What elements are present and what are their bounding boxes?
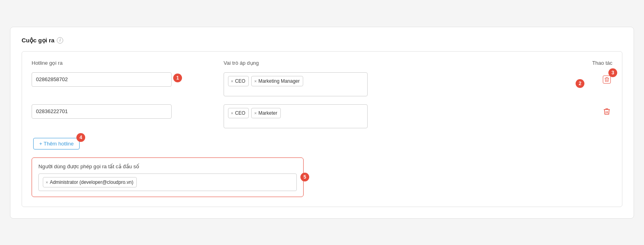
badge-1: 1: [173, 74, 182, 82]
main-container: Cuộc gọi ra i Hotline gọi ra Vai trò áp …: [10, 27, 634, 219]
tag-ceo-2[interactable]: × CEO: [228, 108, 249, 118]
badge-3: 3: [608, 68, 617, 77]
badge-2: 2: [576, 79, 584, 88]
add-hotline-wrapper: + Thêm hotline 4: [32, 136, 80, 149]
user-permission-box: Người dùng được phép gọi ra tất cả đầu s…: [32, 157, 304, 197]
col-hotline-header: Hotline gọi ra: [32, 60, 62, 66]
section-title: Cuộc gọi ra i: [22, 37, 622, 44]
info-icon[interactable]: i: [57, 37, 63, 44]
col-role-header: Vai trò áp dụng: [224, 60, 259, 66]
user-section-label: Người dùng được phép gọi ra tất cả đầu s…: [38, 163, 297, 169]
table-row: × CEO × Marketer: [30, 103, 614, 128]
col-action-header: Thao tác: [592, 60, 612, 66]
badge-5: 5: [300, 173, 309, 181]
inner-panel: Hotline gọi ra Vai trò áp dụng Thao tác …: [22, 51, 622, 207]
section-title-text: Cuộc gọi ra: [22, 37, 54, 44]
user-section: Người dùng được phép gọi ra tất cả đầu s…: [30, 157, 614, 197]
tag-marketer[interactable]: × Marketer: [251, 108, 281, 118]
table-row: 1 × CEO × Marketing Manager 2: [30, 71, 614, 96]
table-header: Hotline gọi ra Vai trò áp dụng Thao tác: [30, 60, 614, 66]
user-tag-box[interactable]: × Administrator (developer@cloudpro.vn): [38, 173, 297, 191]
role-box-2[interactable]: × CEO × Marketer: [224, 104, 368, 128]
delete-button-2[interactable]: [601, 106, 612, 117]
tag-ceo-1[interactable]: × CEO: [228, 76, 249, 86]
hotline-input-2[interactable]: [32, 104, 172, 119]
user-tag-admin[interactable]: × Administrator (developer@cloudpro.vn): [43, 177, 137, 187]
tag-marketing-manager[interactable]: × Marketing Manager: [251, 76, 303, 86]
hotline-input-1[interactable]: [32, 72, 172, 87]
badge-4: 4: [76, 133, 85, 142]
add-hotline-button[interactable]: + Thêm hotline: [33, 138, 80, 149]
role-box-1[interactable]: × CEO × Marketing Manager: [224, 72, 368, 96]
